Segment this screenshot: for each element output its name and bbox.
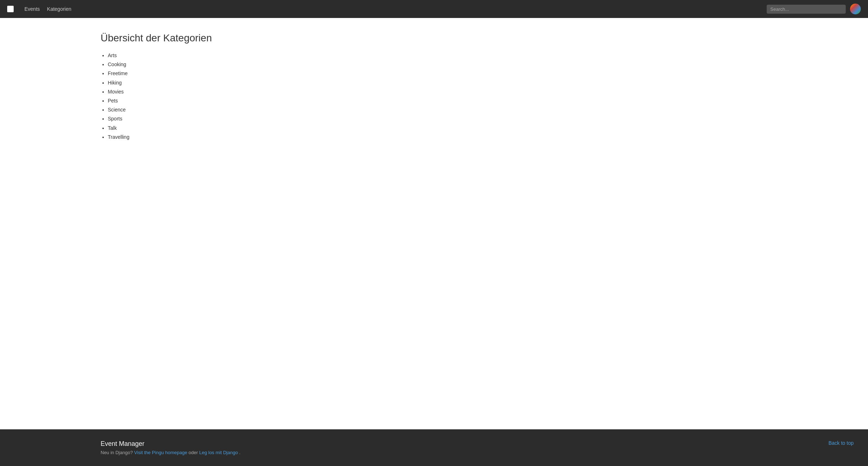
footer-link-pingu[interactable]: Visit the Pingu homepage — [134, 450, 187, 455]
categories-list: ArtsCookingFreetimeHikingMoviesPetsScien… — [101, 51, 861, 142]
list-item: Travelling — [108, 133, 861, 142]
search-input[interactable] — [767, 5, 846, 14]
avatar[interactable] — [850, 4, 861, 14]
list-item: Movies — [108, 87, 861, 96]
footer-subtitle: Neu in Django? Visit the Pingu homepage … — [101, 450, 240, 455]
list-item: Arts — [108, 51, 861, 60]
navbar-brand[interactable] — [7, 6, 14, 12]
list-item: Talk — [108, 124, 861, 133]
footer-left: Event Manager Neu in Django? Visit the P… — [7, 440, 240, 455]
footer-subtitle-prefix: Neu in Django? — [101, 450, 133, 455]
back-to-top-link[interactable]: Back to top — [828, 440, 854, 446]
list-item: Hiking — [108, 78, 861, 87]
main-content: Übersicht der Kategorien ArtsCookingFree… — [0, 18, 868, 429]
list-item: Pets — [108, 96, 861, 105]
navbar-nav: Events Kategorien — [24, 6, 71, 12]
footer: Event Manager Neu in Django? Visit the P… — [0, 429, 868, 466]
footer-subtitle-suffix: . — [239, 450, 241, 455]
list-item: Sports — [108, 114, 861, 123]
navbar-right — [767, 4, 861, 14]
list-item: Cooking — [108, 60, 861, 69]
list-item: Science — [108, 105, 861, 114]
footer-oder: oder — [189, 450, 198, 455]
footer-right: Back to top — [828, 440, 861, 446]
navbar: Events Kategorien — [0, 0, 868, 18]
footer-title: Event Manager — [101, 440, 240, 448]
brand-logo-icon — [7, 6, 14, 12]
page-title: Übersicht der Kategorien — [101, 32, 861, 44]
nav-item-events[interactable]: Events — [24, 6, 40, 12]
nav-item-kategorien[interactable]: Kategorien — [47, 6, 71, 12]
list-item: Freetime — [108, 69, 861, 78]
footer-link-django[interactable]: Leg los mit Django — [199, 450, 238, 455]
